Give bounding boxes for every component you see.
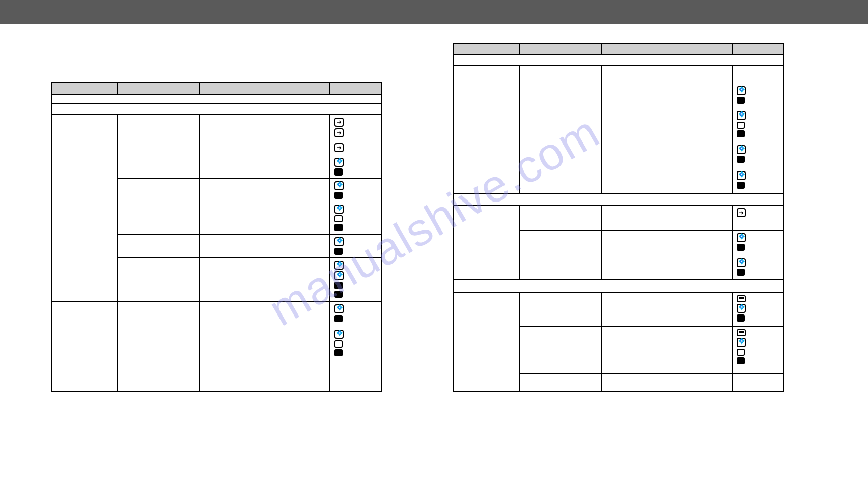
water-icon (334, 237, 344, 246)
section-cell (51, 103, 381, 114)
water-icon (334, 271, 344, 280)
label-cell (117, 202, 199, 235)
full-icon (334, 291, 343, 298)
header-cell (602, 43, 732, 55)
sub-header-cell (51, 94, 381, 103)
text-cell (200, 258, 330, 302)
group-cell (454, 205, 519, 280)
label-cell (519, 142, 601, 168)
text-cell (602, 373, 732, 391)
icon-cell (732, 292, 783, 327)
header-cell (454, 43, 519, 55)
full-icon (334, 349, 343, 356)
full-icon (334, 315, 343, 322)
text-cell (200, 359, 330, 392)
group-cell (51, 302, 117, 392)
text-cell (602, 142, 732, 168)
text-cell (602, 65, 732, 83)
group-cell (454, 65, 519, 142)
label-cell (519, 65, 601, 83)
full-icon (737, 182, 745, 189)
text-cell (602, 327, 732, 373)
text-cell (602, 230, 732, 255)
table-row (51, 114, 381, 140)
full-icon (334, 168, 343, 176)
text-cell (602, 205, 732, 230)
header-cell (330, 83, 381, 94)
spray-icon (334, 128, 344, 137)
icon-cell (330, 114, 381, 140)
label-cell (519, 230, 601, 255)
label-cell (519, 327, 601, 373)
table-row (454, 142, 783, 168)
spray-icon (737, 208, 746, 217)
label-cell (117, 258, 199, 302)
icon-cell (732, 65, 783, 83)
empty-icon (334, 215, 343, 222)
icon-cell (732, 142, 783, 168)
text-cell (602, 168, 732, 193)
text-cell (200, 140, 330, 155)
label-cell (519, 83, 601, 108)
text-cell (200, 114, 330, 140)
group-cell (454, 292, 519, 392)
full-icon (334, 224, 343, 231)
text-cell (602, 292, 732, 327)
section-cell (454, 280, 783, 292)
label-cell (519, 168, 601, 193)
full-icon (737, 269, 745, 276)
section-row (51, 103, 381, 114)
page-content: manualshive.com (0, 24, 868, 418)
water-icon (737, 258, 746, 267)
sub-header-cell (454, 55, 783, 65)
card-icon (737, 295, 746, 302)
water-icon (737, 86, 746, 95)
water-icon (334, 330, 344, 339)
icon-cell (732, 108, 783, 142)
full-icon (737, 97, 745, 104)
icon-cell (330, 140, 381, 155)
table-row (454, 292, 783, 327)
label-cell (519, 205, 601, 230)
icon-cell (732, 255, 783, 280)
water-icon (737, 304, 746, 313)
table-right (453, 43, 784, 392)
empty-icon (737, 349, 745, 356)
icon-cell (330, 202, 381, 235)
text-cell (602, 83, 732, 108)
full-icon (737, 244, 745, 251)
icon-cell (732, 205, 783, 230)
label-cell (117, 179, 199, 202)
header-cell (200, 83, 330, 94)
icon-cell (732, 83, 783, 108)
water-icon (334, 261, 344, 270)
full-icon (737, 156, 745, 163)
sub-header-row (454, 55, 783, 65)
text-cell (200, 179, 330, 202)
header-cell (117, 83, 199, 94)
icon-cell (732, 327, 783, 373)
water-icon (334, 181, 344, 190)
full-icon (334, 248, 343, 255)
water-icon (334, 158, 344, 167)
full-icon (737, 357, 745, 364)
table-row (454, 205, 783, 230)
empty-icon (737, 122, 745, 129)
label-cell (519, 373, 601, 391)
label-cell (117, 114, 199, 140)
header-cell (732, 43, 783, 55)
text-cell (602, 108, 732, 142)
text-cell (200, 202, 330, 235)
table-row (51, 302, 381, 327)
sub-header-row (51, 94, 381, 103)
group-cell (51, 114, 117, 302)
spray-icon (334, 143, 344, 152)
group-cell (454, 142, 519, 193)
water-icon (737, 111, 746, 120)
table-header-row (454, 43, 783, 55)
label-cell (519, 108, 601, 142)
label-cell (117, 155, 199, 179)
section-cell (454, 193, 783, 205)
icon-cell (732, 168, 783, 193)
label-cell (117, 359, 199, 392)
